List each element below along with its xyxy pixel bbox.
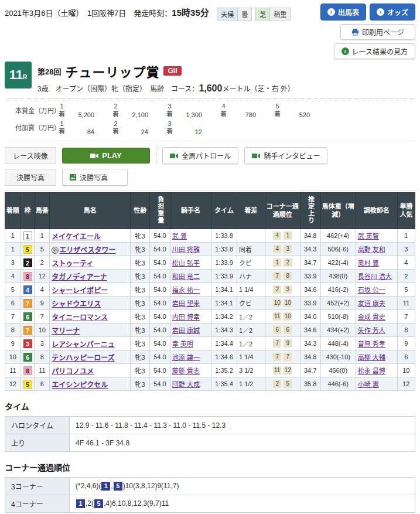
- result-guide-button[interactable]: ›レース結果の見方: [334, 43, 415, 59]
- cell-num: 3: [35, 337, 50, 350]
- horse-name-link[interactable]: シャーレイポピー: [52, 287, 108, 295]
- trainer-name-link[interactable]: 武 英智: [358, 233, 379, 240]
- turf-condition-value: 稍重: [269, 8, 290, 20]
- start-time-label: 発走時刻：: [134, 9, 172, 18]
- print-page-button[interactable]: 印刷用ページ: [340, 24, 415, 40]
- horse-name-link[interactable]: パリコノユメ: [52, 367, 94, 376]
- jockey-name-link[interactable]: 藤懸 貴志: [172, 367, 200, 375]
- horse-name-link[interactable]: メイケイエール: [52, 233, 101, 241]
- patrol-video-button[interactable]: 全周パトロール: [162, 147, 238, 164]
- corner-section-title: コーナー通過順位: [5, 461, 415, 473]
- cell-time: 1:34.1: [211, 297, 237, 310]
- prize-rank-suffix: 着: [111, 111, 120, 119]
- cell-jockey: 池添 謙一: [170, 350, 211, 364]
- prize-rank: 1着: [57, 103, 66, 119]
- cell-body: 510(-8): [320, 310, 356, 324]
- cell-body: 438(0): [320, 270, 356, 283]
- results-header-label: コーナー通過順位: [267, 203, 299, 218]
- odds-button[interactable]: ›オッズ: [370, 4, 415, 21]
- corner-order-value: 1,2(5,4)6,10,8,12,3(9,7)11: [70, 495, 415, 513]
- winner-number-chip: 5: [94, 499, 103, 508]
- jockey-name-link[interactable]: 福永 祐一: [172, 287, 200, 294]
- trainer-name-link[interactable]: 奥村 豊: [358, 260, 379, 267]
- trainer-name-link[interactable]: 高柳 大輔: [358, 354, 385, 361]
- finish-photo-button[interactable]: 決勝写真: [62, 169, 128, 186]
- trainer-name-link[interactable]: 小崎 憲: [358, 381, 379, 388]
- cell-trainer: 武 英智: [356, 229, 397, 243]
- jockey-name-link[interactable]: 幸 英明: [172, 341, 193, 348]
- results-header-time: タイム: [211, 193, 237, 229]
- cell-trainer: 長谷川 浩大: [356, 270, 397, 283]
- cell-margin: 1 1/4: [237, 283, 265, 297]
- jockey-name-link[interactable]: 岩田 康誠: [172, 327, 200, 334]
- prize-amount: 780: [228, 111, 256, 119]
- jockey-name-link[interactable]: 池添 謙一: [172, 354, 200, 361]
- cell-sexage: 牝3: [131, 283, 150, 297]
- jockey-name-link[interactable]: 団野 大成: [172, 381, 200, 388]
- horse-name-link[interactable]: エイシンピクセル: [52, 381, 108, 389]
- prize-section: 本賞金（万円） 1着5,2002着2,1003着1,3004着7805着520 …: [5, 98, 415, 141]
- prize-rank-number: 5: [273, 103, 282, 111]
- play-video-button[interactable]: PLAY: [62, 148, 150, 164]
- trainer-name-link[interactable]: 高野 友和: [358, 246, 385, 253]
- cell-weight: 54.0: [149, 310, 170, 324]
- cell-weight: 54.0: [149, 256, 170, 270]
- results-header-sexage: 性齢: [131, 193, 150, 229]
- cell-body: 430(-10): [320, 350, 356, 364]
- horse-name-link[interactable]: シャドウエリス: [52, 300, 101, 308]
- corner-order-row: 3コーナー(*2,4,6)(1,5)10(3,8,12)9(11,7): [5, 478, 415, 495]
- horse-name-link[interactable]: タイニーロマンス: [52, 314, 108, 322]
- horse-name-link[interactable]: ストゥーティ: [52, 260, 93, 268]
- cell-sexage: 牝3: [131, 350, 150, 364]
- cell-margin: 3 1/2: [237, 364, 265, 377]
- jockey-interview-button[interactable]: 騎手インタビュー: [244, 147, 327, 164]
- cell-name: エイシンピクセル: [50, 377, 131, 391]
- results-header-margin: 着差: [237, 193, 265, 229]
- trainer-name-link[interactable]: 矢作 芳人: [358, 327, 385, 334]
- jockey-name-link[interactable]: 内田 博幸: [172, 314, 200, 321]
- cell-margin: [237, 229, 265, 243]
- trainer-name-link[interactable]: 音無 秀孝: [358, 341, 385, 348]
- horse-name-link[interactable]: マリーナ: [52, 327, 80, 335]
- trainer-name-link[interactable]: 友道 康夫: [358, 300, 385, 307]
- jockey-name-link[interactable]: 武 豊: [172, 233, 187, 240]
- results-header-jockey: 騎手名: [170, 193, 211, 229]
- results-header-label: 負担重量: [156, 196, 164, 224]
- prize-rank-suffix: 着: [111, 128, 120, 136]
- cell-place: 5: [5, 283, 21, 297]
- entry-table-button[interactable]: ›出馬表: [320, 4, 366, 21]
- cell-jockey: 藤懸 貴志: [170, 364, 211, 377]
- corner-position-chip: 10: [284, 312, 292, 321]
- trainer-name-link[interactable]: 石坂 公一: [358, 287, 385, 294]
- horse-name-link[interactable]: タガノディアーナ: [52, 273, 107, 281]
- trainer-name-link[interactable]: 金成 貴史: [358, 314, 385, 321]
- corner-position-chip: 2: [273, 285, 281, 294]
- waku-number-badge: 3: [23, 339, 32, 348]
- cell-sexage: 牝3: [131, 229, 150, 243]
- horse-name-link[interactable]: テンハッピーローズ: [52, 354, 114, 362]
- prize-rank: 2着: [111, 120, 120, 137]
- results-header-label: 調教師名: [364, 207, 390, 214]
- jockey-name-link[interactable]: 岩田 望来: [172, 300, 200, 307]
- trainer-name-link[interactable]: 長谷川 浩大: [358, 273, 392, 280]
- corner-order-table: 3コーナー(*2,4,6)(1,5)10(3,8,12)9(11,7)4コーナー…: [5, 477, 415, 513]
- jockey-name-link[interactable]: 和田 竜二: [172, 273, 200, 280]
- horse-name-link[interactable]: エリザベスタワー: [59, 246, 115, 254]
- jockey-name-link[interactable]: 川田 将雅: [172, 246, 200, 253]
- trainer-name-link[interactable]: 松永 昌博: [358, 367, 385, 375]
- cell-place: 8: [5, 324, 21, 337]
- cell-place: 11: [5, 364, 21, 377]
- results-header-label: 推定上り: [306, 196, 315, 224]
- cell-place: 1: [5, 243, 21, 256]
- result-row: 544シャーレイポピー牝354.0福永 祐一1:34.11 1/42334.64…: [5, 283, 415, 297]
- cell-sexage: 牝3: [131, 310, 150, 324]
- jockey-name-link[interactable]: 松山 弘平: [172, 260, 200, 267]
- cell-corner: 66: [265, 324, 300, 337]
- horse-name-link[interactable]: レアシャンパーニュ: [52, 341, 115, 349]
- cell-corner: 41: [265, 229, 300, 243]
- corner-position-chip: 6: [284, 326, 292, 334]
- cell-time: 1:34.2: [211, 310, 237, 324]
- cell-num: 11: [35, 364, 50, 377]
- media-section: レース映像 PLAY 全周パトロール 騎手インタビュー 決勝写真 決勝写真: [5, 141, 415, 191]
- prize-item: 3着1,300: [165, 103, 219, 119]
